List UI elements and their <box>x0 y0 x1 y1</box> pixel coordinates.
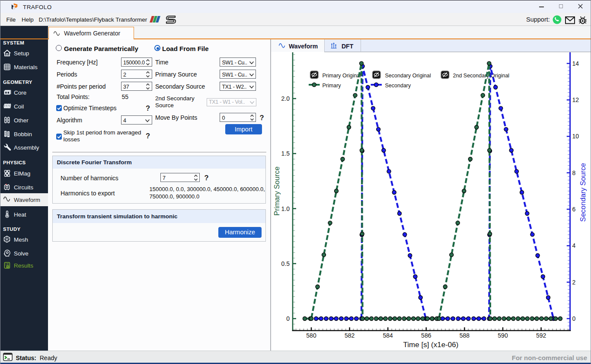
svg-text:6: 6 <box>572 206 576 213</box>
svg-text:0: 0 <box>572 315 576 322</box>
svg-text:590: 590 <box>498 332 508 339</box>
svg-text:Primary Source: Primary Source <box>273 166 281 216</box>
svg-text:0: 0 <box>286 315 290 322</box>
svg-text:588: 588 <box>460 332 470 339</box>
svg-text:0.5: 0.5 <box>281 260 290 267</box>
svg-text:Secondary: Secondary <box>385 83 412 89</box>
svg-text:2.0: 2.0 <box>281 95 290 102</box>
svg-text:Primary Original: Primary Original <box>323 73 361 79</box>
svg-text:Secondary Original: Secondary Original <box>385 73 431 79</box>
svg-text:1.0: 1.0 <box>281 205 290 212</box>
svg-text:586: 586 <box>421 332 431 339</box>
svg-text:8: 8 <box>572 169 576 176</box>
svg-text:2nd Secondary Original: 2nd Secondary Original <box>453 73 510 79</box>
svg-text:14: 14 <box>572 60 579 67</box>
svg-text:1.5: 1.5 <box>281 150 290 157</box>
svg-text:4: 4 <box>572 242 576 249</box>
svg-text:12: 12 <box>572 96 579 103</box>
svg-text:582: 582 <box>345 332 355 339</box>
svg-text:2: 2 <box>572 279 576 286</box>
svg-text:Primary: Primary <box>323 83 342 89</box>
svg-text:Time [s] (x1e-06): Time [s] (x1e-06) <box>403 341 459 349</box>
svg-text:Secondary Source: Secondary Source <box>579 163 587 222</box>
svg-text:592: 592 <box>536 332 546 339</box>
svg-text:580: 580 <box>306 332 316 339</box>
svg-text:584: 584 <box>383 332 393 339</box>
svg-text:10: 10 <box>572 133 579 140</box>
